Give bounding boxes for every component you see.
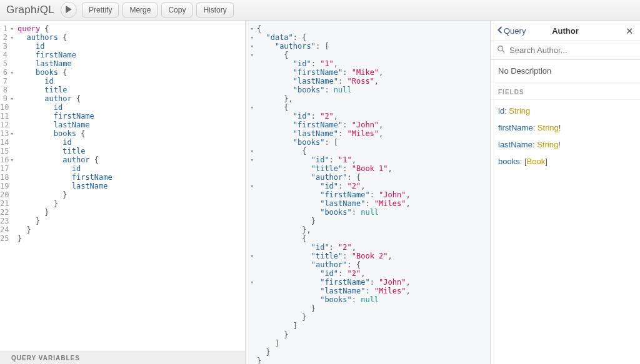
app-logo: GraphiQL bbox=[6, 4, 54, 16]
svg-point-0 bbox=[498, 46, 503, 51]
svg-line-1 bbox=[502, 51, 505, 53]
toolbar: GraphiQL Prettify Merge Copy History bbox=[0, 0, 640, 21]
merge-button[interactable]: Merge bbox=[122, 2, 158, 17]
docs-fields-header: FIELDS bbox=[491, 82, 640, 100]
search-icon bbox=[497, 45, 506, 56]
execute-button[interactable] bbox=[61, 2, 77, 18]
chevron-left-icon bbox=[497, 26, 502, 36]
docs-field-id[interactable]: id: String bbox=[498, 102, 632, 119]
query-editor[interactable]: 1234567891011121314151617181920212223242… bbox=[0, 21, 245, 352]
query-editor-pane: 1234567891011121314151617181920212223242… bbox=[0, 21, 246, 364]
docs-close-button[interactable]: ✕ bbox=[626, 26, 634, 36]
history-button[interactable]: History bbox=[196, 2, 233, 17]
play-icon bbox=[65, 6, 72, 15]
result-pane[interactable]: ▾▾▾▾▾▾▾▾▾▾ { "data": { "authors": [ { "i… bbox=[246, 21, 490, 364]
docs-pane: Query Author ✕ No Description FIELDS id:… bbox=[490, 21, 640, 364]
docs-field-books[interactable]: books: [Book] bbox=[498, 153, 632, 170]
docs-field-lastName[interactable]: lastName: String! bbox=[498, 136, 632, 153]
close-icon: ✕ bbox=[626, 26, 634, 36]
query-variables-header[interactable]: QUERY VARIABLES bbox=[0, 352, 245, 364]
copy-button[interactable]: Copy bbox=[161, 2, 192, 17]
docs-description: No Description bbox=[491, 60, 640, 82]
docs-search bbox=[491, 41, 640, 60]
docs-field-firstName[interactable]: firstName: String! bbox=[498, 119, 632, 136]
docs-search-input[interactable] bbox=[509, 46, 634, 55]
docs-back-button[interactable]: Query bbox=[497, 26, 526, 36]
docs-back-label: Query bbox=[504, 26, 526, 36]
prettify-button[interactable]: Prettify bbox=[82, 2, 119, 17]
